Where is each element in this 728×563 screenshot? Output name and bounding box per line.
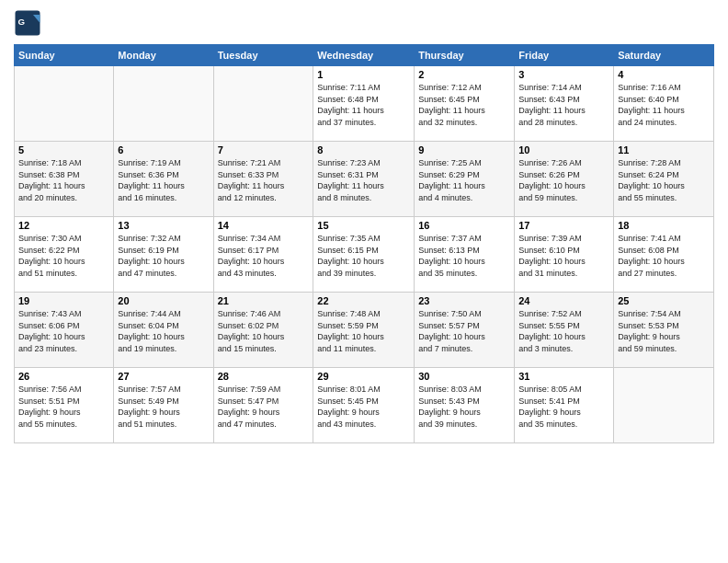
day-info: Sunrise: 7:18 AM Sunset: 6:38 PM Dayligh… [18,157,109,203]
day-number: 9 [418,144,510,155]
day-info: Sunrise: 7:59 AM Sunset: 5:47 PM Dayligh… [218,384,310,430]
calendar-cell: 1Sunrise: 7:11 AM Sunset: 6:48 PM Daylig… [313,66,415,142]
calendar-week-row: 1Sunrise: 7:11 AM Sunset: 6:48 PM Daylig… [15,66,714,142]
logo-icon: G [14,9,41,37]
calendar-cell: 28Sunrise: 7:59 AM Sunset: 5:47 PM Dayli… [213,368,313,443]
weekday-header: Tuesday [213,45,313,66]
day-number: 18 [618,220,710,231]
calendar-cell: 31Sunrise: 8:05 AM Sunset: 5:41 PM Dayli… [515,368,614,443]
day-number: 17 [518,220,609,231]
day-number: 14 [218,220,310,231]
day-info: Sunrise: 7:25 AM Sunset: 6:29 PM Dayligh… [418,157,510,203]
calendar-cell: 3Sunrise: 7:14 AM Sunset: 6:43 PM Daylig… [515,66,614,142]
calendar-cell: 24Sunrise: 7:52 AM Sunset: 5:55 PM Dayli… [515,293,614,368]
calendar-cell [114,66,213,142]
day-info: Sunrise: 7:32 AM Sunset: 6:19 PM Dayligh… [118,233,209,279]
day-number: 22 [317,295,410,306]
day-info: Sunrise: 7:34 AM Sunset: 6:17 PM Dayligh… [218,233,310,279]
calendar-cell: 13Sunrise: 7:32 AM Sunset: 6:19 PM Dayli… [114,217,213,293]
day-number: 25 [618,295,710,306]
weekday-header: Thursday [415,45,515,66]
day-info: Sunrise: 7:37 AM Sunset: 6:13 PM Dayligh… [418,233,510,279]
calendar-cell: 23Sunrise: 7:50 AM Sunset: 5:57 PM Dayli… [415,293,515,368]
day-info: Sunrise: 7:46 AM Sunset: 6:02 PM Dayligh… [218,308,310,354]
weekday-header-row: SundayMondayTuesdayWednesdayThursdayFrid… [15,45,714,66]
day-info: Sunrise: 7:48 AM Sunset: 5:59 PM Dayligh… [317,308,410,354]
day-number: 31 [518,371,609,382]
day-number: 20 [118,295,209,306]
calendar-week-row: 26Sunrise: 7:56 AM Sunset: 5:51 PM Dayli… [15,368,714,443]
calendar-cell [614,368,714,443]
calendar-cell: 26Sunrise: 7:56 AM Sunset: 5:51 PM Dayli… [15,368,114,443]
weekday-header: Friday [515,45,614,66]
calendar-cell: 2Sunrise: 7:12 AM Sunset: 6:45 PM Daylig… [415,66,515,142]
svg-text:G: G [18,17,26,27]
calendar-cell: 8Sunrise: 7:23 AM Sunset: 6:31 PM Daylig… [313,142,415,217]
day-info: Sunrise: 7:30 AM Sunset: 6:22 PM Dayligh… [18,233,109,279]
calendar-cell: 27Sunrise: 7:57 AM Sunset: 5:49 PM Dayli… [114,368,213,443]
day-info: Sunrise: 7:35 AM Sunset: 6:15 PM Dayligh… [317,233,410,279]
calendar-cell: 15Sunrise: 7:35 AM Sunset: 6:15 PM Dayli… [313,217,415,293]
day-info: Sunrise: 7:11 AM Sunset: 6:48 PM Dayligh… [317,82,410,128]
day-number: 26 [18,371,109,382]
day-number: 7 [218,144,310,155]
calendar-cell: 25Sunrise: 7:54 AM Sunset: 5:53 PM Dayli… [614,293,714,368]
day-number: 27 [118,371,209,382]
day-number: 24 [518,295,609,306]
day-info: Sunrise: 7:41 AM Sunset: 6:08 PM Dayligh… [618,233,710,279]
day-info: Sunrise: 7:43 AM Sunset: 6:06 PM Dayligh… [18,308,109,354]
weekday-header: Sunday [15,45,114,66]
day-number: 10 [518,144,609,155]
day-info: Sunrise: 7:39 AM Sunset: 6:10 PM Dayligh… [518,233,609,279]
day-number: 30 [418,371,510,382]
day-info: Sunrise: 7:16 AM Sunset: 6:40 PM Dayligh… [618,82,710,128]
day-number: 13 [118,220,209,231]
day-info: Sunrise: 7:12 AM Sunset: 6:45 PM Dayligh… [418,82,510,128]
day-info: Sunrise: 8:05 AM Sunset: 5:41 PM Dayligh… [518,384,609,430]
day-number: 1 [317,69,410,80]
calendar-cell: 19Sunrise: 7:43 AM Sunset: 6:06 PM Dayli… [15,293,114,368]
day-number: 28 [218,371,310,382]
calendar-cell: 30Sunrise: 8:03 AM Sunset: 5:43 PM Dayli… [415,368,515,443]
day-number: 19 [18,295,109,306]
calendar-cell: 18Sunrise: 7:41 AM Sunset: 6:08 PM Dayli… [614,217,714,293]
calendar-cell: 11Sunrise: 7:28 AM Sunset: 6:24 PM Dayli… [614,142,714,217]
calendar-cell: 7Sunrise: 7:21 AM Sunset: 6:33 PM Daylig… [213,142,313,217]
day-number: 8 [317,144,410,155]
day-info: Sunrise: 7:26 AM Sunset: 6:26 PM Dayligh… [518,157,609,203]
calendar-cell: 10Sunrise: 7:26 AM Sunset: 6:26 PM Dayli… [515,142,614,217]
day-number: 23 [418,295,510,306]
day-number: 29 [317,371,410,382]
calendar-cell: 29Sunrise: 8:01 AM Sunset: 5:45 PM Dayli… [313,368,415,443]
calendar-table: SundayMondayTuesdayWednesdayThursdayFrid… [14,44,714,443]
day-info: Sunrise: 7:52 AM Sunset: 5:55 PM Dayligh… [518,308,609,354]
calendar-week-row: 12Sunrise: 7:30 AM Sunset: 6:22 PM Dayli… [15,217,714,293]
day-number: 12 [18,220,109,231]
day-number: 21 [218,295,310,306]
day-number: 15 [317,220,410,231]
calendar-cell [213,66,313,142]
day-number: 3 [518,69,609,80]
page-container: G SundayMondayTuesdayWednesdayThursdayFr… [0,0,728,448]
day-number: 4 [618,69,710,80]
calendar-cell [15,66,114,142]
day-info: Sunrise: 7:23 AM Sunset: 6:31 PM Dayligh… [317,157,410,203]
calendar-week-row: 5Sunrise: 7:18 AM Sunset: 6:38 PM Daylig… [15,142,714,217]
calendar-week-row: 19Sunrise: 7:43 AM Sunset: 6:06 PM Dayli… [15,293,714,368]
calendar-cell: 9Sunrise: 7:25 AM Sunset: 6:29 PM Daylig… [415,142,515,217]
calendar-cell: 17Sunrise: 7:39 AM Sunset: 6:10 PM Dayli… [515,217,614,293]
calendar-cell: 4Sunrise: 7:16 AM Sunset: 6:40 PM Daylig… [614,66,714,142]
logo: G [14,9,44,37]
calendar-cell: 22Sunrise: 7:48 AM Sunset: 5:59 PM Dayli… [313,293,415,368]
day-info: Sunrise: 7:54 AM Sunset: 5:53 PM Dayligh… [618,308,710,354]
calendar-cell: 21Sunrise: 7:46 AM Sunset: 6:02 PM Dayli… [213,293,313,368]
day-info: Sunrise: 7:56 AM Sunset: 5:51 PM Dayligh… [18,384,109,430]
calendar-cell: 6Sunrise: 7:19 AM Sunset: 6:36 PM Daylig… [114,142,213,217]
calendar-cell: 14Sunrise: 7:34 AM Sunset: 6:17 PM Dayli… [213,217,313,293]
day-info: Sunrise: 8:01 AM Sunset: 5:45 PM Dayligh… [317,384,410,430]
day-info: Sunrise: 8:03 AM Sunset: 5:43 PM Dayligh… [418,384,510,430]
day-number: 5 [18,144,109,155]
day-info: Sunrise: 7:57 AM Sunset: 5:49 PM Dayligh… [118,384,209,430]
day-number: 6 [118,144,209,155]
day-number: 16 [418,220,510,231]
